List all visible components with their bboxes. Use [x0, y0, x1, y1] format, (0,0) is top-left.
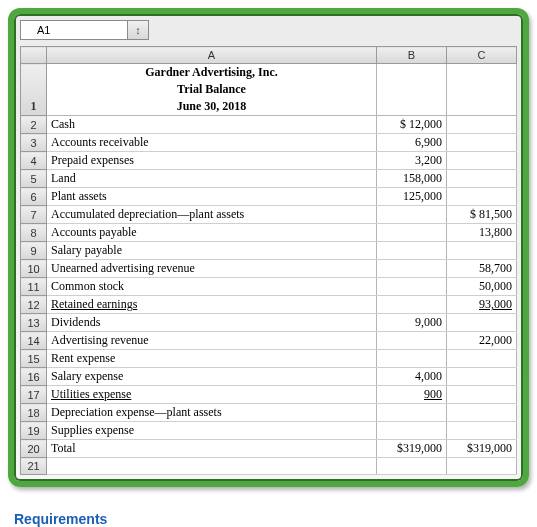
credit-cell[interactable]: [447, 134, 517, 152]
credit-cell[interactable]: [447, 242, 517, 260]
debit-cell[interactable]: [377, 422, 447, 440]
credit-cell[interactable]: $ 81,500: [447, 206, 517, 224]
report-date[interactable]: June 30, 2018: [47, 98, 377, 116]
debit-cell[interactable]: [377, 404, 447, 422]
row-header[interactable]: 13: [21, 314, 47, 332]
row-header[interactable]: 7: [21, 206, 47, 224]
table-row: 21: [21, 458, 517, 475]
account-cell[interactable]: Retained earnings: [47, 296, 377, 314]
report-name[interactable]: Trial Balance: [47, 81, 377, 98]
debit-cell[interactable]: 3,200: [377, 152, 447, 170]
row-header[interactable]: 20: [21, 440, 47, 458]
debit-cell[interactable]: $ 12,000: [377, 116, 447, 134]
row-header[interactable]: 21: [21, 458, 47, 475]
account-cell[interactable]: Accounts payable: [47, 224, 377, 242]
credit-cell[interactable]: 50,000: [447, 278, 517, 296]
credit-cell[interactable]: [447, 314, 517, 332]
account-cell[interactable]: [47, 458, 377, 475]
debit-cell[interactable]: [377, 242, 447, 260]
account-cell[interactable]: Accumulated depreciation—plant assets: [47, 206, 377, 224]
cell[interactable]: [447, 81, 517, 98]
credit-cell[interactable]: [447, 170, 517, 188]
account-cell[interactable]: Common stock: [47, 278, 377, 296]
debit-cell[interactable]: [377, 296, 447, 314]
credit-cell[interactable]: 58,700: [447, 260, 517, 278]
row-header[interactable]: 15: [21, 350, 47, 368]
cell[interactable]: [447, 64, 517, 82]
credit-cell[interactable]: [447, 350, 517, 368]
col-header-b[interactable]: B: [377, 47, 447, 64]
row-header[interactable]: 16: [21, 368, 47, 386]
title-row-report: Trial Balance: [21, 81, 517, 98]
account-cell[interactable]: Utilities expense: [47, 386, 377, 404]
debit-cell[interactable]: [377, 206, 447, 224]
account-cell[interactable]: Salary payable: [47, 242, 377, 260]
debit-cell[interactable]: [377, 350, 447, 368]
row-header[interactable]: 12: [21, 296, 47, 314]
debit-cell[interactable]: $319,000: [377, 440, 447, 458]
row-header[interactable]: 19: [21, 422, 47, 440]
name-box[interactable]: A1: [20, 20, 127, 40]
credit-cell[interactable]: [447, 116, 517, 134]
row-header[interactable]: 6: [21, 188, 47, 206]
debit-cell[interactable]: [377, 332, 447, 350]
debit-cell[interactable]: [377, 458, 447, 475]
row-header[interactable]: 11: [21, 278, 47, 296]
credit-cell[interactable]: [447, 368, 517, 386]
row-header[interactable]: 2: [21, 116, 47, 134]
account-cell[interactable]: Land: [47, 170, 377, 188]
debit-cell[interactable]: 900: [377, 386, 447, 404]
row-header[interactable]: 1: [21, 64, 47, 116]
row-header[interactable]: 4: [21, 152, 47, 170]
account-cell[interactable]: Plant assets: [47, 188, 377, 206]
row-header[interactable]: 3: [21, 134, 47, 152]
credit-cell[interactable]: [447, 404, 517, 422]
row-header[interactable]: 10: [21, 260, 47, 278]
credit-cell[interactable]: $319,000: [447, 440, 517, 458]
account-cell[interactable]: Prepaid expenses: [47, 152, 377, 170]
credit-cell[interactable]: 93,000: [447, 296, 517, 314]
account-cell[interactable]: Unearned advertising revenue: [47, 260, 377, 278]
account-cell[interactable]: Total: [47, 440, 377, 458]
debit-cell[interactable]: [377, 224, 447, 242]
debit-cell[interactable]: 6,900: [377, 134, 447, 152]
row-header[interactable]: 14: [21, 332, 47, 350]
debit-cell[interactable]: 125,000: [377, 188, 447, 206]
credit-cell[interactable]: 13,800: [447, 224, 517, 242]
debit-cell[interactable]: 158,000: [377, 170, 447, 188]
account-cell[interactable]: Depreciation expense—plant assets: [47, 404, 377, 422]
credit-cell[interactable]: [447, 188, 517, 206]
account-cell[interactable]: Accounts receivable: [47, 134, 377, 152]
account-cell[interactable]: Salary expense: [47, 368, 377, 386]
cell[interactable]: [377, 81, 447, 98]
credit-cell[interactable]: 22,000: [447, 332, 517, 350]
credit-cell[interactable]: [447, 152, 517, 170]
row-header[interactable]: 18: [21, 404, 47, 422]
spreadsheet-grid[interactable]: A B C 1 Gardner Advertising, Inc. Trial …: [20, 46, 517, 475]
credit-cell[interactable]: [447, 386, 517, 404]
account-cell[interactable]: Cash: [47, 116, 377, 134]
cell[interactable]: [377, 64, 447, 82]
debit-cell[interactable]: [377, 278, 447, 296]
account-cell[interactable]: Advertising revenue: [47, 332, 377, 350]
account-cell[interactable]: Supplies expense: [47, 422, 377, 440]
company-name[interactable]: Gardner Advertising, Inc.: [47, 64, 377, 82]
credit-cell[interactable]: [447, 458, 517, 475]
col-header-c[interactable]: C: [447, 47, 517, 64]
select-all-corner[interactable]: [21, 47, 47, 64]
account-cell[interactable]: Dividends: [47, 314, 377, 332]
credit-cell[interactable]: [447, 422, 517, 440]
col-header-a[interactable]: A: [47, 47, 377, 64]
cell[interactable]: [377, 98, 447, 116]
row-header[interactable]: 5: [21, 170, 47, 188]
row-header[interactable]: 8: [21, 224, 47, 242]
row-header[interactable]: 9: [21, 242, 47, 260]
debit-cell[interactable]: 4,000: [377, 368, 447, 386]
name-box-dropdown[interactable]: ↕: [127, 20, 149, 40]
cell[interactable]: [447, 98, 517, 116]
row-header[interactable]: 17: [21, 386, 47, 404]
debit-cell[interactable]: [377, 260, 447, 278]
column-header-row: A B C: [21, 47, 517, 64]
account-cell[interactable]: Rent expense: [47, 350, 377, 368]
debit-cell[interactable]: 9,000: [377, 314, 447, 332]
